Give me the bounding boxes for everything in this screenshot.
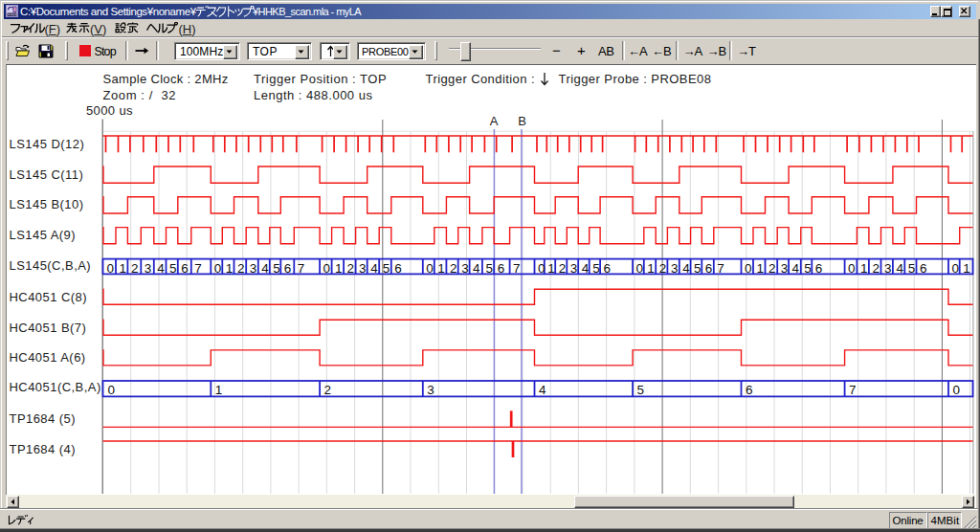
svg-text:6: 6 — [498, 261, 505, 276]
svg-text:6: 6 — [705, 261, 713, 276]
svg-text:3: 3 — [359, 261, 367, 276]
svg-text:2: 2 — [450, 261, 457, 276]
svg-text:6: 6 — [920, 261, 927, 276]
svg-text:4: 4 — [896, 261, 903, 276]
svg-text:1: 1 — [963, 261, 970, 276]
svg-text:2: 2 — [347, 261, 355, 276]
svg-text:2: 2 — [872, 261, 880, 276]
svg-text:3: 3 — [570, 261, 578, 276]
svg-text:0: 0 — [323, 261, 331, 276]
svg-text:3: 3 — [250, 261, 257, 276]
svg-text:1: 1 — [647, 261, 655, 276]
svg-text:5: 5 — [273, 261, 280, 276]
svg-text:7: 7 — [717, 261, 724, 276]
svg-text:0: 0 — [214, 261, 222, 276]
svg-text:6: 6 — [746, 383, 753, 397]
svg-text:3: 3 — [427, 383, 434, 397]
svg-text:0: 0 — [848, 261, 856, 276]
svg-text:7: 7 — [513, 261, 521, 276]
svg-text:6: 6 — [394, 261, 402, 276]
svg-text:2: 2 — [768, 261, 776, 276]
svg-text:6: 6 — [181, 261, 189, 276]
svg-text:3: 3 — [461, 261, 469, 276]
svg-text:4: 4 — [792, 261, 800, 276]
svg-text:5: 5 — [485, 261, 493, 276]
svg-text:3: 3 — [145, 261, 152, 276]
svg-text:1: 1 — [120, 261, 127, 276]
svg-text:7: 7 — [849, 383, 857, 397]
svg-text:1: 1 — [437, 261, 445, 276]
svg-text:5: 5 — [383, 261, 390, 276]
svg-text:5: 5 — [169, 261, 177, 276]
svg-text:0: 0 — [426, 261, 434, 276]
svg-text:0: 0 — [636, 261, 644, 276]
svg-text:0: 0 — [108, 383, 116, 397]
svg-text:1: 1 — [335, 261, 343, 276]
svg-text:2: 2 — [559, 261, 567, 276]
svg-text:5: 5 — [694, 261, 702, 276]
svg-text:4: 4 — [539, 383, 546, 397]
svg-text:6: 6 — [815, 261, 823, 276]
svg-text:0: 0 — [107, 261, 115, 276]
svg-text:5: 5 — [592, 261, 600, 276]
svg-text:5: 5 — [804, 261, 812, 276]
svg-text:1: 1 — [860, 261, 868, 276]
svg-text:6: 6 — [284, 261, 292, 276]
svg-text:3: 3 — [671, 261, 679, 276]
svg-text:4: 4 — [370, 261, 378, 276]
svg-text:1: 1 — [757, 261, 765, 276]
svg-text:4: 4 — [682, 261, 690, 276]
svg-text:2: 2 — [659, 261, 667, 276]
svg-text:1: 1 — [547, 261, 555, 276]
svg-text:6: 6 — [604, 261, 612, 276]
svg-text:5: 5 — [908, 261, 916, 276]
svg-text:7: 7 — [194, 261, 202, 276]
svg-text:0: 0 — [745, 261, 752, 276]
svg-text:0: 0 — [952, 261, 960, 276]
svg-text:3: 3 — [884, 261, 892, 276]
svg-text:0: 0 — [538, 261, 546, 276]
svg-text:2: 2 — [324, 383, 332, 397]
svg-text:2: 2 — [237, 261, 245, 276]
svg-text:0: 0 — [953, 383, 961, 397]
svg-text:4: 4 — [582, 261, 590, 276]
svg-text:7: 7 — [298, 261, 305, 276]
svg-text:5: 5 — [637, 383, 645, 397]
svg-text:1: 1 — [226, 261, 234, 276]
svg-text:4: 4 — [261, 261, 269, 276]
svg-text:4: 4 — [157, 261, 165, 276]
svg-text:2: 2 — [131, 261, 139, 276]
svg-text:4: 4 — [473, 261, 480, 276]
svg-text:3: 3 — [781, 261, 789, 276]
svg-text:1: 1 — [215, 383, 223, 397]
